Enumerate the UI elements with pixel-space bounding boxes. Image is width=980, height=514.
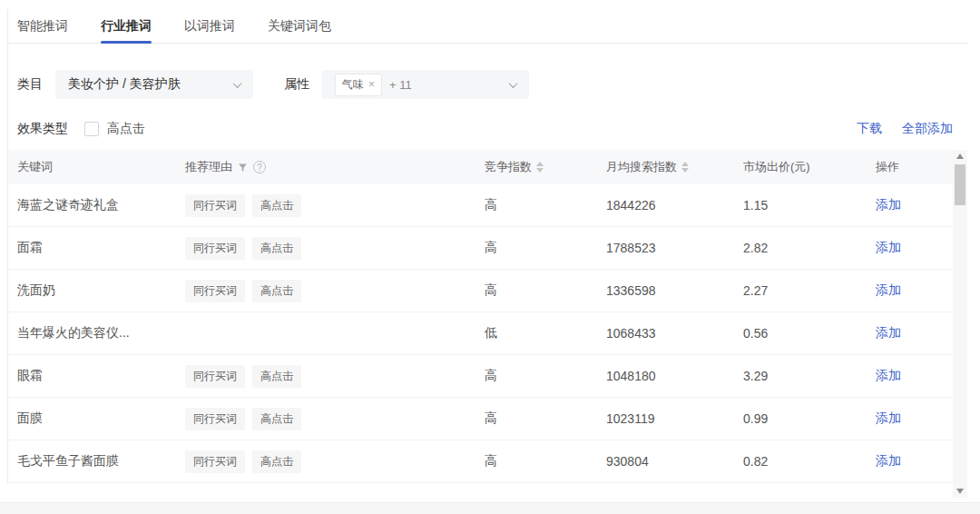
add-button[interactable]: 添加 bbox=[876, 197, 901, 212]
reason-tags: 同行买词 高点击 bbox=[185, 194, 477, 217]
tab-keyword-package[interactable]: 关键词词包 bbox=[268, 9, 331, 43]
table-header: 关键词 推荐理由 ? 竞争指数 月均搜索指数 市场出价(元) 操作 bbox=[8, 150, 967, 184]
add-button[interactable]: 添加 bbox=[876, 282, 901, 297]
download-link[interactable]: 下载 bbox=[857, 121, 882, 137]
reason-tags: 同行买词 高点击 bbox=[185, 408, 477, 430]
attribute-label: 属性 bbox=[284, 76, 309, 93]
tab-bar: 智能推词 行业推词 以词推词 关键词词包 bbox=[8, 9, 967, 44]
keyword-cell: 面膜 bbox=[8, 410, 185, 427]
reason-tag: 高点击 bbox=[252, 280, 301, 302]
keyword-table: 关键词 推荐理由 ? 竞争指数 月均搜索指数 市场出价(元) 操作 bbox=[8, 150, 967, 483]
col-keyword: 关键词 bbox=[8, 159, 185, 175]
col-keyword-label: 关键词 bbox=[17, 159, 53, 175]
keyword-cell: 毛戈平鱼子酱面膜 bbox=[8, 453, 185, 470]
price-cell: 3.29 bbox=[736, 369, 872, 383]
reason-tag: 高点击 bbox=[252, 237, 301, 260]
category-select[interactable]: 美妆个护 / 美容护肤 bbox=[55, 70, 253, 99]
search-index-cell: 1023119 bbox=[595, 411, 736, 426]
reason-tag: 高点击 bbox=[252, 365, 301, 388]
attribute-more-count: + 11 bbox=[389, 78, 510, 92]
high-click-checkbox[interactable] bbox=[84, 122, 99, 136]
table-row: 毛戈平鱼子酱面膜 同行买词 高点击 高 930804 0.82 添加 bbox=[8, 440, 967, 483]
keyword-cell: 眼霜 bbox=[8, 368, 185, 384]
help-icon[interactable]: ? bbox=[253, 161, 266, 173]
competition-cell: 高 bbox=[477, 282, 595, 299]
competition-cell: 低 bbox=[477, 325, 595, 341]
reason-tags: 同行买词 高点击 bbox=[185, 450, 477, 473]
table-body: 海蓝之谜奇迹礼盒 同行买词 高点击 高 1844226 1.15 添加 面霜 同… bbox=[8, 184, 967, 483]
competition-cell: 高 bbox=[477, 197, 595, 213]
price-cell: 1.15 bbox=[736, 198, 872, 213]
col-competition[interactable]: 竞争指数 bbox=[477, 159, 595, 175]
price-cell: 0.82 bbox=[736, 454, 872, 469]
table-row: 面膜 同行买词 高点击 高 1023119 0.99 添加 bbox=[8, 398, 967, 440]
scroll-down-arrow-icon[interactable] bbox=[953, 485, 967, 498]
reason-tags: 同行买词 高点击 bbox=[185, 280, 477, 302]
keyword-cell: 当年爆火的美容仪... bbox=[8, 325, 185, 341]
reason-tags: 同行买词 高点击 bbox=[185, 237, 477, 260]
sort-icon[interactable] bbox=[681, 162, 689, 173]
tab-smart-recommend[interactable]: 智能推词 bbox=[17, 9, 68, 43]
search-index-cell: 1336598 bbox=[595, 283, 736, 298]
add-button[interactable]: 添加 bbox=[876, 453, 901, 468]
competition-cell: 高 bbox=[477, 368, 595, 384]
keyword-cell: 面霜 bbox=[8, 240, 185, 256]
category-label: 类目 bbox=[17, 76, 43, 93]
filter-funnel-icon[interactable] bbox=[238, 163, 248, 173]
add-button[interactable]: 添加 bbox=[876, 368, 901, 382]
col-search-index[interactable]: 月均搜索指数 bbox=[595, 159, 736, 175]
add-button[interactable]: 添加 bbox=[876, 410, 901, 425]
effect-type-label: 效果类型 bbox=[17, 121, 68, 137]
competition-cell: 高 bbox=[477, 453, 595, 470]
col-competition-label: 竞争指数 bbox=[485, 159, 532, 175]
col-reason-label: 推荐理由 bbox=[185, 159, 232, 175]
table-row: 洗面奶 同行买词 高点击 高 1336598 2.27 添加 bbox=[8, 270, 967, 312]
sort-icon[interactable] bbox=[536, 162, 544, 173]
add-all-link[interactable]: 全部添加 bbox=[902, 121, 953, 137]
reason-tag: 同行买词 bbox=[185, 365, 245, 388]
table-row: 当年爆火的美容仪... 低 1068433 0.56 添加 bbox=[8, 312, 967, 355]
col-search-index-label: 月均搜索指数 bbox=[606, 159, 677, 175]
tab-industry-recommend[interactable]: 行业推词 bbox=[101, 9, 152, 43]
keyword-recommend-panel: 智能推词 行业推词 以词推词 关键词词包 类目 美妆个护 / 美容护肤 属性 气… bbox=[7, 9, 967, 484]
add-button[interactable]: 添加 bbox=[876, 325, 901, 340]
table-row: 面霜 同行买词 高点击 高 1788523 2.82 添加 bbox=[8, 227, 967, 270]
chevron-down-icon bbox=[509, 79, 518, 88]
reason-tag: 同行买词 bbox=[185, 408, 245, 430]
search-index-cell: 1048180 bbox=[595, 369, 736, 383]
effect-type-row: 效果类型 高点击 下载 全部添加 bbox=[17, 120, 953, 138]
keyword-cell: 海蓝之谜奇迹礼盒 bbox=[8, 197, 185, 213]
price-cell: 0.56 bbox=[736, 326, 872, 341]
reason-tag: 高点击 bbox=[252, 194, 301, 217]
reason-tag: 同行买词 bbox=[185, 237, 245, 260]
toolbar-links: 下载 全部添加 bbox=[857, 121, 953, 137]
search-index-cell: 1068433 bbox=[595, 326, 736, 341]
price-cell: 0.99 bbox=[736, 411, 872, 426]
competition-cell: 高 bbox=[477, 410, 595, 427]
keyword-cell: 洗面奶 bbox=[8, 282, 185, 299]
scrollbar-thumb[interactable] bbox=[955, 164, 965, 205]
scroll-up-arrow-icon[interactable] bbox=[953, 150, 967, 163]
reason-tag: 高点击 bbox=[252, 408, 301, 430]
filter-row: 类目 美妆个护 / 美容护肤 属性 气味 × + 11 bbox=[17, 70, 967, 99]
search-index-cell: 1844226 bbox=[595, 198, 736, 213]
attribute-tag: 气味 × bbox=[335, 74, 382, 96]
col-market-price-label: 市场出价(元) bbox=[743, 159, 810, 175]
price-cell: 2.82 bbox=[736, 241, 872, 255]
col-market-price: 市场出价(元) bbox=[736, 159, 872, 175]
table-scrollbar[interactable] bbox=[953, 150, 967, 498]
tag-close-icon[interactable]: × bbox=[368, 78, 375, 91]
attribute-tag-label: 气味 bbox=[342, 77, 364, 93]
reason-tag: 同行买词 bbox=[185, 450, 245, 473]
category-value: 美妆个护 / 美容护肤 bbox=[68, 76, 234, 93]
table-row: 海蓝之谜奇迹礼盒 同行买词 高点击 高 1844226 1.15 添加 bbox=[8, 184, 967, 227]
col-reason: 推荐理由 ? bbox=[185, 159, 477, 175]
col-action-label: 操作 bbox=[876, 159, 899, 175]
footer-strip bbox=[0, 502, 980, 514]
reason-tags: 同行买词 高点击 bbox=[185, 365, 477, 388]
reason-tag: 同行买词 bbox=[185, 194, 245, 217]
attribute-select[interactable]: 气味 × + 11 bbox=[322, 70, 529, 99]
add-button[interactable]: 添加 bbox=[876, 240, 901, 254]
tab-word-to-word[interactable]: 以词推词 bbox=[184, 9, 235, 43]
price-cell: 2.27 bbox=[736, 283, 872, 298]
